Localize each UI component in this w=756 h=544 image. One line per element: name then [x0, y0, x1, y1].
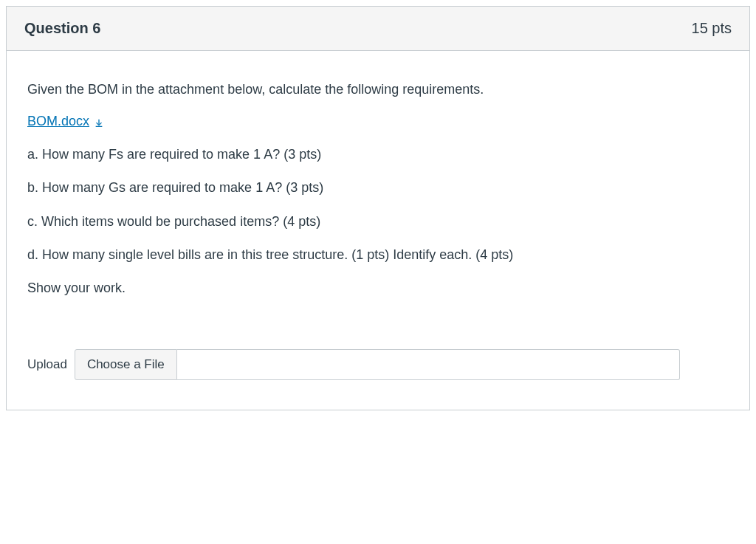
- upload-label: Upload: [27, 357, 67, 372]
- question-part-c: c. Which items would be purchased items?…: [27, 213, 729, 231]
- question-card: Question 6 15 pts Given the BOM in the a…: [6, 6, 750, 410]
- upload-section: Upload Choose a File: [27, 349, 729, 380]
- file-input-group: Choose a File: [75, 349, 680, 380]
- question-closing: Show your work.: [27, 279, 729, 297]
- attachment-filename: BOM.docx: [27, 114, 89, 129]
- file-display-field[interactable]: [177, 349, 680, 380]
- choose-file-button[interactable]: Choose a File: [75, 349, 177, 380]
- download-icon: [94, 117, 104, 127]
- question-part-a: a. How many Fs are required to make 1 A?…: [27, 145, 729, 164]
- question-part-b: b. How many Gs are required to make 1 A?…: [27, 179, 729, 197]
- attachment-row: BOM.docx: [27, 114, 729, 129]
- question-title: Question 6: [24, 20, 100, 37]
- question-header: Question 6 15 pts: [7, 7, 749, 51]
- question-intro: Given the BOM in the attachment below, c…: [27, 80, 729, 99]
- question-points: 15 pts: [692, 20, 732, 37]
- attachment-link[interactable]: BOM.docx: [27, 114, 104, 129]
- question-part-d: d. How many single level bills are in th…: [27, 246, 729, 264]
- question-body: Given the BOM in the attachment below, c…: [7, 51, 749, 410]
